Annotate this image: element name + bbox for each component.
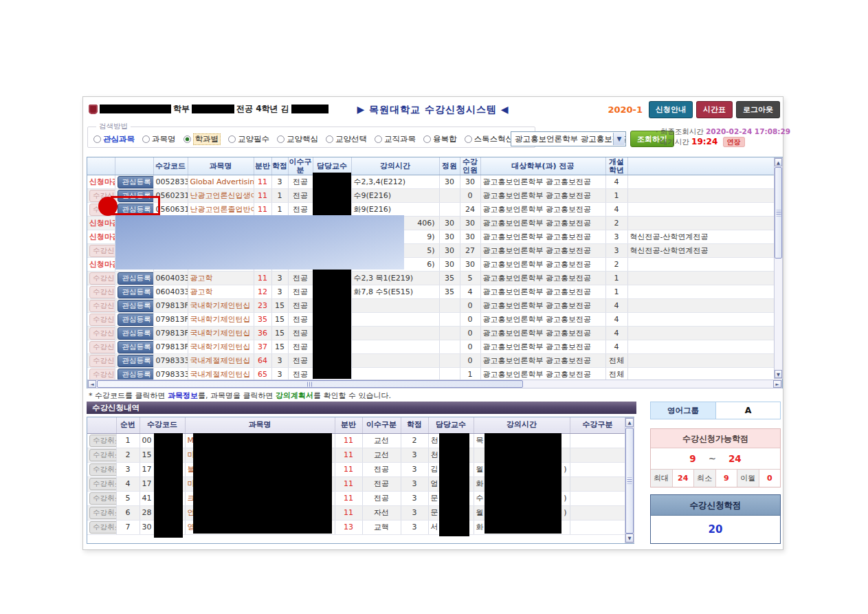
course-code[interactable]: 0604033 [153,285,188,299]
radio-option[interactable]: 학과별 [183,133,221,145]
wish-register-button[interactable]: 관심등록 [118,300,154,312]
cancel-button[interactable]: 수강취소 [89,435,116,447]
course-table-hscrollbar[interactable]: ◄ ► [87,380,782,388]
course-name[interactable]: 난광고언론신입생이다 [188,189,254,203]
year-cell: 전체 [605,354,627,368]
apply-button[interactable]: 수강신청 [89,369,115,381]
annotation-red-circle [98,197,118,216]
course-name[interactable]: 광고학 [188,272,254,285]
syllabus-link[interactable]: 강의계획서 [276,391,313,400]
apply-button[interactable]: 수강신청 [89,272,115,285]
column-header [627,157,775,175]
course-code[interactable]: 079813F [153,340,188,354]
target-cell: 광고홍보언론학부 광고홍보전공 [480,340,605,354]
radio-icon[interactable] [465,135,472,143]
radio-icon[interactable] [423,135,431,143]
course-name[interactable]: 국내학기제인턴십 [188,340,254,354]
department-select[interactable]: 광고홍보언론학부 광고홍보전공 ▼ [511,131,626,146]
wish-register-button[interactable]: 관심등록 [118,369,154,381]
course-name[interactable]: 국내학기제인턴십 [188,313,254,327]
status-cell: 수강신청 [87,299,115,313]
course-code[interactable]: 0604033 [153,272,188,285]
chevron-down-icon[interactable]: ▼ [613,133,625,145]
course-name[interactable]: 난광고언론졸업반이다 [188,203,254,217]
enrolled-cell: 27 [460,244,480,258]
course-info-link[interactable]: 과목정보 [168,391,198,400]
scroll-left-icon[interactable]: ◄ [88,380,96,388]
apply-button[interactable]: 수강신청 [89,314,115,326]
enrollment-section-title: 수강신청내역 [87,402,636,414]
radio-icon[interactable] [93,135,101,143]
apply-button[interactable]: 수강신청 [89,327,115,340]
apply-button[interactable]: 수강신청 [89,341,115,353]
enrolled-cell: 24 [460,203,480,217]
year-cell: 4 [605,313,627,327]
wish-register-button[interactable]: 관심등록 [118,176,154,188]
seq-cell: 5 [116,491,140,505]
apply-button[interactable]: 수강신청 [89,245,115,257]
enrollment-table-vscrollbar[interactable]: ▲ ▼ [625,417,634,543]
radio-icon[interactable] [326,135,333,143]
radio-icon[interactable] [183,135,191,143]
type-cell: 교핵 [362,520,401,534]
radio-option[interactable]: 융복합 [423,134,457,144]
target-cell: 광고홍보언론학부 광고홍보전공 [480,258,605,272]
extend-button[interactable]: 연장 [723,137,745,147]
course-code[interactable]: 079813F [153,313,188,327]
hscroll-thumb[interactable] [97,380,523,388]
radio-icon[interactable] [277,135,285,143]
radio-option[interactable]: 교양핵심 [277,134,318,144]
radio-option[interactable]: 교양필수 [228,134,269,144]
radio-option[interactable]: 교직과목 [375,134,416,144]
scroll-down-icon[interactable]: ▼ [625,534,634,542]
course-code[interactable]: 0052833 [153,175,188,189]
target-cell: 광고홍보언론학부 광고홍보전공 [480,189,605,203]
scroll-up-icon[interactable]: ▲ [625,418,634,427]
cancel-button[interactable]: 수강취소 [89,507,116,519]
radio-icon[interactable] [375,135,382,143]
semester-label: 2020-1 [608,105,643,115]
wish-register-button[interactable]: 관심등록 [118,341,154,353]
scroll-right-icon[interactable]: ► [773,380,781,388]
wish-register-button[interactable]: 관심등록 [118,314,154,326]
course-name[interactable]: 국내계절제인턴십 [188,354,254,368]
logout-button[interactable]: 로그아웃 [736,101,780,118]
course-code[interactable]: 0798333 [153,354,188,368]
cancel-button[interactable]: 수강취소 [89,449,116,461]
vscroll-thumb[interactable] [625,428,634,534]
course-name[interactable]: 국내학기제인턴십 [188,299,254,313]
radio-icon[interactable] [142,135,150,143]
vscroll-thumb[interactable] [775,167,782,259]
status-cell: 수강신청 [87,327,115,340]
course-name[interactable]: 광고학 [188,285,254,299]
wish-register-button[interactable]: 관심등록 [118,327,154,340]
course-table-vscrollbar[interactable]: ▲ ▼ [774,157,783,379]
scroll-grip-icon [627,478,632,484]
scroll-up-icon[interactable]: ▲ [775,158,782,166]
course-code[interactable]: 079813F [153,327,188,340]
apply-button[interactable]: 수강신청 [89,355,115,367]
enrolled-cell: 5 [460,272,480,285]
course-name[interactable]: Global Advertising [188,175,254,189]
timetable-button[interactable]: 시간표 [696,101,733,118]
radio-option[interactable]: 과목명 [142,134,176,144]
scroll-down-icon[interactable]: ▼ [775,370,782,378]
wish-register-button[interactable]: 관심등록 [118,286,154,298]
cancel-button[interactable]: 수강취소 [89,492,116,505]
cancel-button[interactable]: 수강취소 [89,463,116,476]
cancel-button[interactable]: 수강취소 [89,478,116,490]
radio-option[interactable]: 관심과목 [93,134,135,144]
status-cell: 수강신청 [87,313,115,327]
wish-register-button[interactable]: 관심등록 [118,355,154,367]
course-code[interactable]: 079813F [153,299,188,313]
apply-button[interactable]: 수강신청 [89,300,115,312]
apply-button[interactable]: 수강신청 [89,286,115,298]
course-table-container: 수강코드과목명분반학점이수구분담당교수강의시간정원수강인원대상학부(과) 전공개… [87,157,783,388]
radio-option[interactable]: 교양선택 [326,134,367,144]
wish-register-button[interactable]: 관심등록 [118,272,154,285]
course-name[interactable]: 국내학기제인턴십 [188,327,254,340]
course-table-header: 수강코드과목명분반학점이수구분담당교수강의시간정원수강인원대상학부(과) 전공개… [87,157,775,175]
radio-icon[interactable] [228,135,236,143]
guide-button[interactable]: 신청안내 [649,101,693,118]
cancel-button[interactable]: 수강취소 [89,521,116,534]
